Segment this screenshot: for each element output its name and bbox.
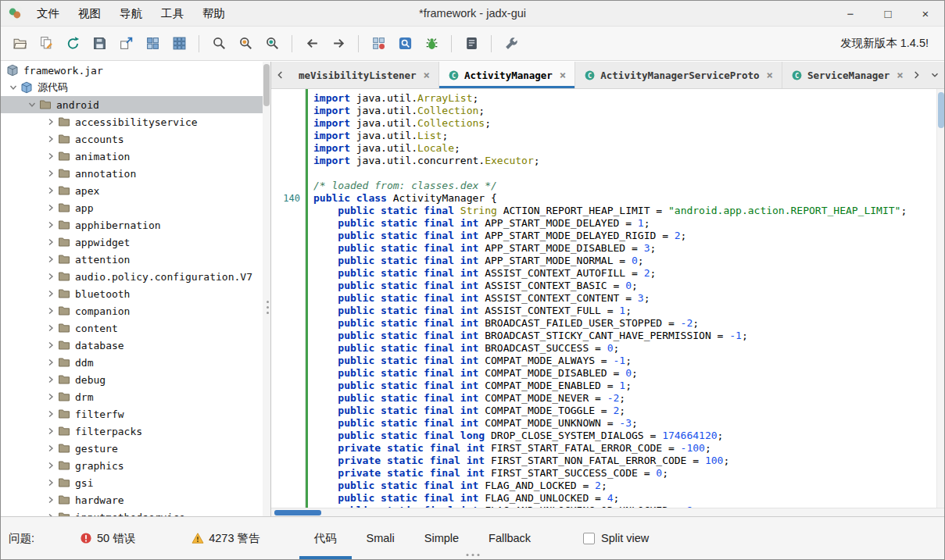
debugger-button[interactable]: [421, 33, 442, 55]
expand-arrow-icon[interactable]: [45, 425, 57, 437]
editor-vertical-scrollbar[interactable]: [936, 89, 944, 508]
tree-scrollbar[interactable]: [263, 62, 270, 516]
code-line[interactable]: public static final int APP_START_MODE_N…: [313, 255, 944, 267]
editor-hscroll-thumb[interactable]: [274, 510, 321, 515]
search-class-button[interactable]: [234, 33, 256, 55]
code-editor[interactable]: 140 import java.util.ArrayList;import ja…: [271, 89, 944, 508]
tree-item-gsi[interactable]: gsi: [1, 474, 270, 491]
code-line[interactable]: private static final int FIRST_START_NON…: [313, 455, 944, 467]
warnings-indicator[interactable]: 4273 警告: [192, 531, 260, 546]
code-line[interactable]: import java.util.Locale;: [313, 142, 944, 155]
view-tab-code[interactable]: 代码: [299, 517, 352, 559]
code-line[interactable]: import java.util.Collections;: [313, 117, 944, 130]
code-line[interactable]: public static final int ASSIST_CONTEXT_C…: [313, 292, 944, 305]
code-line[interactable]: public static final int ASSIST_CONTEXT_A…: [313, 267, 944, 280]
expand-arrow-icon[interactable]: [45, 236, 57, 248]
code-line[interactable]: private static final int FIRST_START_SUC…: [313, 467, 944, 480]
code-line[interactable]: import java.util.concurrent.Executor;: [313, 155, 944, 167]
expand-arrow-icon[interactable]: [45, 322, 57, 334]
tree-item-bluetooth[interactable]: bluetooth: [1, 285, 270, 302]
code-line[interactable]: public static final int APP_START_MODE_D…: [313, 217, 944, 230]
expand-arrow-icon[interactable]: [45, 167, 57, 180]
tree-item-animation[interactable]: animation: [1, 148, 270, 165]
export-button[interactable]: [115, 33, 137, 55]
code-line[interactable]: public static final int COMPAT_MODE_TOGG…: [313, 405, 944, 417]
code-line[interactable]: public static final int FLAG_AND_LOCKED …: [313, 480, 944, 492]
editor-vscroll-thumb[interactable]: [938, 92, 944, 128]
quark-button[interactable]: [394, 33, 416, 55]
update-notification[interactable]: 发现新版本 1.4.5!: [840, 36, 936, 51]
errors-indicator[interactable]: 50 错误: [80, 531, 135, 546]
code-line[interactable]: public static final int ASSIST_CONTEXT_F…: [313, 305, 944, 317]
tree-item-content[interactable]: content: [1, 319, 270, 337]
menu-navigation[interactable]: 导航: [110, 1, 152, 26]
expand-arrow-icon[interactable]: [45, 494, 57, 506]
expand-arrow-icon[interactable]: [45, 116, 57, 128]
tree-item-framework-jar[interactable]: framework.jar: [1, 62, 270, 79]
code-line[interactable]: public static final int APP_START_MODE_D…: [313, 242, 944, 255]
tree-item-ddm[interactable]: ddm: [1, 354, 270, 371]
expand-arrow-icon[interactable]: [45, 202, 57, 214]
minimize-button[interactable]: −: [832, 1, 869, 26]
tree-scrollbar-thumb[interactable]: [263, 64, 270, 106]
code-line[interactable]: import java.util.Collection;: [313, 105, 944, 117]
tree-item-annotation[interactable]: annotation: [1, 165, 270, 182]
panel-splitter-handle[interactable]: [267, 301, 269, 314]
view-tab-fallback[interactable]: Fallback: [474, 517, 546, 559]
view-tab-simple[interactable]: Simple: [410, 517, 474, 559]
code-line[interactable]: public static final int COMPAT_MODE_ENAB…: [313, 380, 944, 392]
split-view-toggle[interactable]: Split view: [583, 532, 649, 544]
tree-item-database[interactable]: database: [1, 337, 270, 354]
search-text-button[interactable]: [208, 33, 230, 55]
collapse-arrow-icon[interactable]: [26, 98, 38, 111]
tree-item-apphibernation[interactable]: apphibernation: [1, 216, 270, 234]
close-button[interactable]: ×: [907, 1, 944, 26]
expand-arrow-icon[interactable]: [45, 408, 57, 420]
add-files-button[interactable]: [35, 33, 57, 55]
code-line[interactable]: [313, 167, 944, 180]
expand-arrow-icon[interactable]: [45, 391, 57, 403]
tree-item-attention[interactable]: attention: [1, 251, 270, 268]
tree-item-debug[interactable]: debug: [1, 371, 270, 388]
code-line[interactable]: public static final int COMPAT_MODE_NEVE…: [313, 392, 944, 405]
expand-arrow-icon[interactable]: [45, 184, 57, 197]
bottom-splitter-handle[interactable]: [466, 554, 479, 556]
collapse-arrow-icon[interactable]: [7, 81, 20, 94]
tree-item-filterfw[interactable]: filterfw: [1, 405, 270, 423]
export-gradle-button[interactable]: [141, 33, 163, 55]
tree-item-apex[interactable]: apex: [1, 182, 270, 199]
close-icon[interactable]: ×: [897, 69, 903, 81]
tabs-scroll-right-button[interactable]: [907, 62, 925, 88]
tree-item-inputmethodservice[interactable]: inputmethodservice: [1, 508, 270, 516]
tree-item-graphics[interactable]: graphics: [1, 457, 270, 474]
code-line[interactable]: public static final int APP_START_MODE_D…: [313, 230, 944, 242]
expand-arrow-icon[interactable]: [45, 133, 57, 145]
code-line[interactable]: public static final int FLAG_AND_UNLOCKE…: [313, 492, 944, 505]
flat-packages-button[interactable]: [168, 33, 190, 55]
tree-item-audio-policy-configuration-v7[interactable]: audio.policy.configuration.V7: [1, 268, 270, 285]
tabs-scroll-left-button[interactable]: [271, 62, 290, 88]
menu-view[interactable]: 视图: [69, 1, 110, 26]
expand-arrow-icon[interactable]: [45, 339, 57, 351]
tree-item-android[interactable]: android: [1, 96, 270, 113]
close-icon[interactable]: ×: [766, 69, 772, 81]
save-all-button[interactable]: [88, 33, 110, 55]
tab-mevisibilitylistener[interactable]: meVisibilityListener×: [290, 62, 439, 88]
tree-item-filterpacks[interactable]: filterpacks: [1, 423, 270, 440]
menu-help[interactable]: 帮助: [193, 1, 234, 26]
tree-item-drm[interactable]: drm: [1, 388, 270, 405]
code-line[interactable]: public class ActivityManager {: [313, 192, 944, 205]
code-line[interactable]: public static final int BROADCAST_SUCCES…: [313, 342, 944, 355]
view-tab-smali[interactable]: Smali: [352, 517, 410, 559]
expand-arrow-icon[interactable]: [45, 219, 57, 231]
open-file-button[interactable]: [9, 33, 30, 55]
expand-arrow-icon[interactable]: [45, 511, 57, 516]
tab-activitymanagerserviceproto[interactable]: CActivityManagerServiceProto×: [575, 62, 782, 88]
tree-item-accounts[interactable]: accounts: [1, 130, 270, 148]
code-line[interactable]: import java.util.List;: [313, 130, 944, 142]
tree-item-gesture[interactable]: gesture: [1, 440, 270, 457]
editor-horizontal-scrollbar[interactable]: [271, 508, 944, 516]
code-line[interactable]: public static final int BROADCAST_FAILED…: [313, 317, 944, 330]
code-line[interactable]: public static final long DROP_CLOSE_SYST…: [313, 430, 944, 442]
expand-arrow-icon[interactable]: [45, 356, 57, 369]
